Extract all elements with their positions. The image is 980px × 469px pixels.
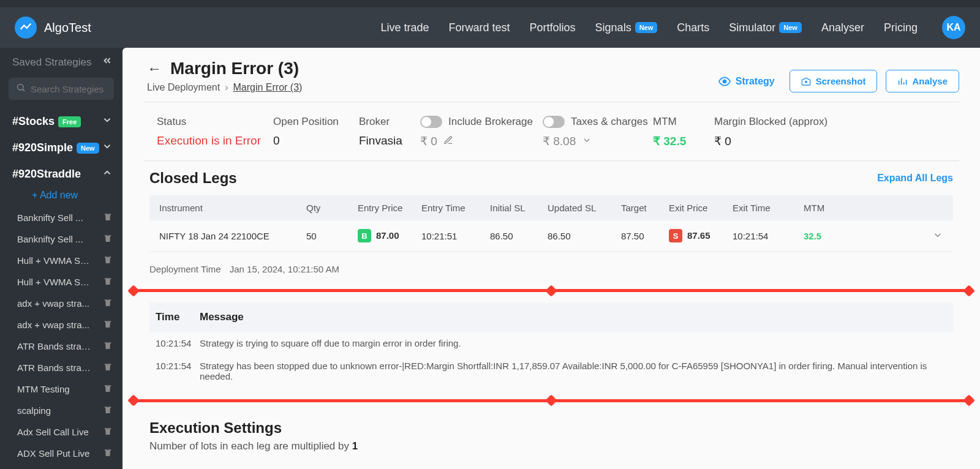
log-row: 10:21:54 Strategy has been stopped due t…	[149, 355, 953, 388]
status-grid: Status Execution is in Error Open Positi…	[123, 102, 980, 160]
list-item[interactable]: Pivot Point Ce ...	[0, 464, 123, 469]
tag-920simple[interactable]: #920Simple New	[0, 135, 123, 161]
list-item[interactable]: adx + vwap stra...	[0, 314, 123, 336]
saved-strategies-header: Saved Strategies	[0, 48, 123, 74]
strategy-badge[interactable]: Strategy	[718, 75, 775, 88]
list-item[interactable]: Banknifty Sell ...	[0, 207, 123, 228]
taxes-toggle[interactable]	[543, 116, 565, 128]
list-item[interactable]: Adx Sell Call Live	[0, 421, 123, 443]
nav-live-trade[interactable]: Live trade	[380, 21, 429, 34]
screenshot-button[interactable]: Screenshot	[790, 70, 878, 92]
trash-icon[interactable]	[103, 319, 113, 331]
th-message: Message	[200, 311, 943, 323]
nav-pricing[interactable]: Pricing	[884, 21, 918, 34]
avatar[interactable]: KA	[942, 16, 965, 39]
cell-mtm: 32.5	[804, 231, 853, 241]
nav-forward-test[interactable]: Forward test	[449, 21, 510, 34]
trash-icon[interactable]	[103, 212, 113, 223]
navbar: AlgoTest Live trade Forward test Portfol…	[0, 0, 980, 48]
th-updated-sl: Updated SL	[548, 203, 621, 213]
strategy-name: MTM Testing	[17, 384, 70, 394]
collapse-icon[interactable]	[102, 55, 113, 69]
list-item[interactable]: scalping	[0, 400, 123, 421]
deployment-time-value: Jan 15, 2024, 10:21:50 AM	[230, 264, 339, 274]
list-item[interactable]: Hull + VWMA Sel...	[0, 250, 123, 271]
log-time: 10:21:54	[156, 361, 200, 381]
list-item[interactable]: ADX Sell Put Live	[0, 443, 123, 464]
trash-icon[interactable]	[103, 426, 113, 438]
log-message: Strategy has been stopped due to unknown…	[200, 361, 943, 381]
add-new-link[interactable]: + Add new	[0, 187, 123, 207]
list-item[interactable]: Hull + VWMA Sel...	[0, 271, 123, 293]
log-row: 10:21:54 Strategy is trying to square of…	[149, 332, 953, 355]
chevron-up-icon	[102, 167, 113, 181]
list-item[interactable]: adx + vwap stra...	[0, 293, 123, 314]
nav-portfolios[interactable]: Portfolios	[530, 21, 576, 34]
strategy-name: scalping	[17, 405, 51, 416]
margin-value: ₹ 0	[714, 134, 953, 148]
logo[interactable]: AlgoTest	[15, 17, 91, 39]
trash-icon[interactable]	[103, 298, 113, 309]
cell-entry-price: B87.00	[358, 229, 421, 242]
tag-920straddle-label: #920Straddle	[12, 168, 81, 181]
list-item[interactable]: ATR Bands strat...	[0, 357, 123, 378]
log-message: Strategy is trying to square off due to …	[200, 338, 943, 348]
cell-entry-time: 10:21:51	[421, 231, 490, 241]
strategy-name: ATR Bands strat...	[17, 341, 91, 351]
strategy-name: Banknifty Sell ...	[17, 212, 83, 223]
log-time: 10:21:54	[156, 338, 200, 348]
list-item[interactable]: ATR Bands strat...	[0, 336, 123, 357]
th-qty: Qty	[306, 203, 358, 213]
nav-analyser[interactable]: Analyser	[821, 21, 864, 34]
execution-settings-subtitle: Number of lots in each leg are multiplie…	[149, 440, 953, 452]
cell-target: 87.50	[621, 231, 669, 241]
chevron-down-icon	[102, 114, 113, 129]
deployment-time-label: Deployment Time	[149, 264, 221, 274]
tag-stocks[interactable]: #Stocks Free	[0, 108, 123, 135]
include-brokerage-toggle[interactable]	[420, 116, 442, 128]
table-row[interactable]: NIFTY 18 Jan 24 22100CE 50 B87.00 10:21:…	[149, 220, 953, 252]
cell-exit-time: 10:21:54	[733, 231, 804, 241]
tag-920simple-label: #920Simple	[12, 141, 73, 154]
trash-icon[interactable]	[103, 405, 113, 416]
strategy-name: Adx Sell Call Live	[17, 427, 89, 437]
nav-signals[interactable]: Signals New	[595, 21, 658, 34]
search-box[interactable]	[9, 78, 114, 100]
search-input[interactable]	[31, 84, 107, 94]
trash-icon[interactable]	[103, 255, 113, 266]
margin-label: Margin Blocked (approx)	[714, 116, 953, 128]
nav-simulator[interactable]: Simulator New	[729, 21, 802, 34]
expand-all-legs-link[interactable]: Expand All Legs	[877, 173, 953, 184]
trash-icon[interactable]	[103, 340, 113, 352]
broker-value: Finvasia	[359, 134, 420, 148]
page-title: Margin Error (3)	[170, 59, 299, 78]
closed-legs-title: Closed Legs	[149, 170, 237, 187]
sidebar: Saved Strategies #Stocks Free #920Simple…	[0, 48, 123, 469]
breadcrumb-current[interactable]: Margin Error (3)	[233, 82, 303, 93]
back-arrow-icon[interactable]: ←	[147, 60, 162, 77]
chevron-down-icon[interactable]	[853, 230, 943, 242]
tag-920straddle[interactable]: #920Straddle	[0, 161, 123, 187]
th-time: Time	[156, 311, 200, 323]
analyse-button[interactable]: Analyse	[886, 70, 959, 92]
strategy-label: Strategy	[736, 76, 775, 87]
chevron-down-icon[interactable]	[582, 135, 592, 148]
tag-stocks-label: #Stocks	[12, 115, 55, 128]
cell-qty: 50	[306, 231, 358, 241]
search-icon	[16, 83, 26, 95]
trash-icon[interactable]	[103, 276, 113, 288]
trash-icon[interactable]	[103, 383, 113, 395]
edit-icon[interactable]	[443, 135, 453, 148]
breadcrumb-root[interactable]: Live Deployment	[147, 82, 220, 93]
logo-icon	[15, 17, 37, 39]
list-item[interactable]: MTM Testing	[0, 378, 123, 400]
trash-icon[interactable]	[103, 448, 113, 459]
trash-icon[interactable]	[103, 233, 113, 245]
nav-charts[interactable]: Charts	[677, 21, 709, 34]
nav-signals-label: Signals	[595, 21, 631, 34]
th-exit-time: Exit Time	[733, 203, 804, 213]
screenshot-label: Screenshot	[816, 76, 866, 86]
trash-icon[interactable]	[103, 362, 113, 373]
list-item[interactable]: Banknifty Sell ...	[0, 228, 123, 250]
th-initial-sl: Initial SL	[490, 203, 548, 213]
